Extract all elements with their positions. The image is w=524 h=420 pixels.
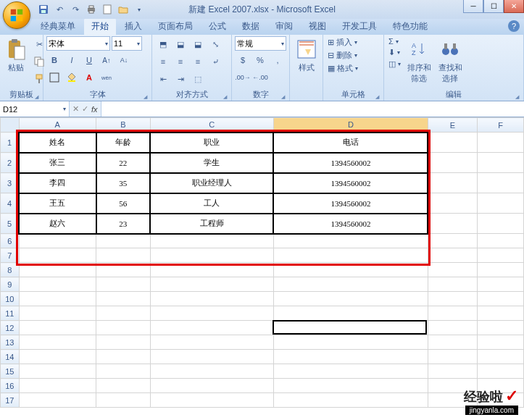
autosum-button[interactable]: Σ▾ (387, 36, 402, 46)
row-header-8[interactable]: 8 (1, 263, 20, 277)
cell-D13[interactable] (273, 335, 428, 350)
redo-icon[interactable]: ↷ (68, 2, 83, 17)
cell-D3[interactable]: 1394560002 (273, 173, 428, 193)
cell-F13[interactable] (478, 335, 524, 350)
cell-A17[interactable] (19, 393, 96, 408)
cell-D10[interactable] (273, 292, 428, 306)
row-header-5[interactable]: 5 (1, 214, 20, 234)
row-header-14[interactable]: 14 (1, 350, 20, 364)
col-header-A[interactable]: A (19, 118, 96, 133)
decrease-indent-icon[interactable]: ⇤ (155, 71, 171, 87)
currency-icon[interactable]: $ (235, 52, 251, 68)
help-icon[interactable]: ? (508, 20, 520, 32)
tab-1[interactable]: 开始 (84, 18, 116, 35)
cell-E11[interactable] (428, 306, 477, 321)
formula-input[interactable] (101, 101, 524, 117)
tab-7[interactable]: 视图 (301, 18, 333, 35)
clear-button[interactable]: ◫▾ (387, 59, 402, 70)
tab-2[interactable]: 插入 (117, 18, 149, 35)
open-icon[interactable] (116, 2, 130, 17)
cell-D14[interactable] (273, 350, 428, 364)
cell-C1[interactable]: 职业 (150, 133, 273, 153)
cell-A9[interactable] (19, 277, 96, 292)
cell-D11[interactable] (273, 306, 428, 321)
cell-C13[interactable] (150, 335, 273, 350)
cell-A1[interactable]: 姓名 (19, 133, 96, 153)
align-center-icon[interactable]: ≡ (172, 54, 188, 70)
cell-D17[interactable] (273, 393, 428, 408)
cell-B9[interactable] (96, 277, 151, 292)
cell-A16[interactable] (19, 379, 96, 393)
fill-color-button[interactable] (64, 70, 80, 85)
name-box[interactable]: D12▾ (0, 101, 70, 117)
merge-cells-icon[interactable]: ⬚ (190, 71, 206, 87)
sort-filter-button[interactable]: AZ 排序和 筛选 (404, 36, 433, 85)
cell-D8[interactable] (273, 263, 428, 277)
row-header-12[interactable]: 12 (1, 321, 20, 335)
align-left-icon[interactable]: ≡ (155, 54, 171, 70)
cell-D2[interactable]: 1394560002 (273, 153, 428, 173)
underline-button[interactable]: U (81, 52, 97, 68)
row-header-7[interactable]: 7 (1, 248, 20, 263)
increase-indent-icon[interactable]: ⇥ (172, 71, 188, 87)
styles-button[interactable]: 样式 (293, 36, 320, 75)
cell-C3[interactable]: 职业经理人 (150, 173, 273, 193)
fx-icon[interactable]: fx (91, 105, 98, 114)
cell-D15[interactable] (273, 364, 428, 379)
font-name-combo[interactable]: 宋体▾ (46, 36, 110, 51)
row-header-11[interactable]: 11 (1, 306, 20, 321)
comma-icon[interactable]: , (270, 52, 286, 68)
qat-more-icon[interactable]: ▾ (132, 2, 146, 17)
cell-F7[interactable] (478, 248, 524, 263)
cell-C5[interactable]: 工程师 (150, 214, 273, 234)
print-icon[interactable] (84, 2, 99, 17)
enter-formula-icon[interactable]: ✓ (82, 104, 88, 114)
cell-C6[interactable] (150, 234, 273, 248)
cell-B7[interactable] (96, 248, 151, 263)
cell-C7[interactable] (150, 248, 273, 263)
col-header-E[interactable]: E (428, 118, 477, 133)
delete-cells-button[interactable]: ⊟删除▾ (326, 49, 359, 62)
minimize-button[interactable]: ─ (463, 0, 483, 13)
row-header-2[interactable]: 2 (1, 153, 20, 173)
cell-E8[interactable] (428, 263, 477, 277)
cell-C9[interactable] (150, 277, 273, 292)
cell-E14[interactable] (428, 350, 477, 364)
align-top-icon[interactable]: ⬒ (155, 36, 171, 52)
cell-D7[interactable] (273, 248, 428, 263)
row-header-10[interactable]: 10 (1, 292, 20, 306)
cell-F15[interactable] (478, 364, 524, 379)
col-header-D[interactable]: D (273, 118, 428, 133)
cell-E7[interactable] (428, 248, 477, 263)
cell-C12[interactable] (150, 321, 273, 335)
tab-8[interactable]: 开发工具 (335, 18, 384, 35)
cell-C8[interactable] (150, 263, 273, 277)
cell-E3[interactable] (428, 173, 477, 193)
new-icon[interactable] (100, 2, 115, 17)
cell-E6[interactable] (428, 234, 477, 248)
col-header-B[interactable]: B (96, 118, 151, 133)
cell-B5[interactable]: 23 (96, 214, 151, 234)
tab-4[interactable]: 公式 (201, 18, 233, 35)
cell-C11[interactable] (150, 306, 273, 321)
cell-C14[interactable] (150, 350, 273, 364)
cell-D9[interactable] (273, 277, 428, 292)
cell-F12[interactable] (478, 321, 524, 335)
tab-6[interactable]: 审阅 (268, 18, 300, 35)
cell-B3[interactable]: 35 (96, 173, 151, 193)
tab-9[interactable]: 特色功能 (386, 18, 435, 35)
cell-F6[interactable] (478, 234, 524, 248)
cell-C17[interactable] (150, 393, 273, 408)
tab-5[interactable]: 数据 (235, 18, 267, 35)
cell-A3[interactable]: 李四 (19, 173, 96, 193)
row-header-15[interactable]: 15 (1, 364, 20, 379)
cell-B10[interactable] (96, 292, 151, 306)
row-header-16[interactable]: 16 (1, 379, 20, 393)
cell-E15[interactable] (428, 364, 477, 379)
row-header-17[interactable]: 17 (1, 393, 20, 408)
insert-cells-button[interactable]: ⊞插入▾ (326, 36, 359, 49)
percent-icon[interactable]: % (252, 52, 268, 68)
cell-B12[interactable] (96, 321, 151, 335)
undo-icon[interactable]: ↶ (52, 2, 67, 17)
cell-D1[interactable]: 电话 (273, 133, 428, 153)
